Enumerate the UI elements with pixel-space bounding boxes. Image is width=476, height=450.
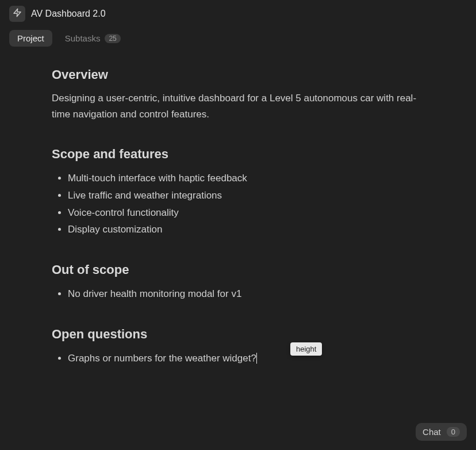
tooltip-height: height bbox=[290, 342, 322, 356]
list-item[interactable]: Live traffic and weather integrations bbox=[68, 187, 424, 204]
overview-heading[interactable]: Overview bbox=[52, 67, 424, 82]
text-cursor bbox=[256, 353, 257, 364]
page-title: AV Dashboard 2.0 bbox=[31, 9, 106, 19]
open-questions-heading[interactable]: Open questions bbox=[52, 327, 424, 342]
tab-project[interactable]: Project bbox=[9, 30, 52, 47]
chat-count: 0 bbox=[447, 427, 460, 437]
section-out-of-scope: Out of scope No driver health monitoring… bbox=[52, 262, 424, 303]
list-item[interactable]: Multi-touch interface with haptic feedba… bbox=[68, 170, 424, 187]
tabs: Project Subtasks 25 bbox=[0, 25, 476, 54]
lightning-icon bbox=[13, 8, 22, 20]
chat-button[interactable]: Chat 0 bbox=[416, 423, 467, 441]
svg-marker-0 bbox=[14, 9, 21, 16]
tab-project-label: Project bbox=[17, 33, 44, 43]
content: Overview Designing a user-centric, intui… bbox=[0, 54, 476, 367]
tab-subtasks[interactable]: Subtasks 25 bbox=[57, 30, 129, 47]
app-icon-container bbox=[9, 6, 25, 22]
list-item-text: Graphs or numbers for the weather widget… bbox=[68, 353, 256, 364]
tab-subtasks-label: Subtasks bbox=[65, 33, 101, 43]
out-of-scope-heading[interactable]: Out of scope bbox=[52, 262, 424, 277]
scope-heading[interactable]: Scope and features bbox=[52, 147, 424, 162]
scope-list[interactable]: Multi-touch interface with haptic feedba… bbox=[52, 170, 424, 238]
tab-subtasks-count: 25 bbox=[105, 34, 120, 43]
section-open-questions: Open questions Graphs or numbers for the… bbox=[52, 327, 424, 367]
chat-label: Chat bbox=[423, 427, 441, 437]
section-overview: Overview Designing a user-centric, intui… bbox=[52, 67, 424, 123]
section-scope: Scope and features Multi-touch interface… bbox=[52, 147, 424, 238]
open-questions-list[interactable]: Graphs or numbers for the weather widget… bbox=[52, 350, 424, 367]
list-item[interactable]: Voice-control functionality bbox=[68, 204, 424, 222]
overview-body[interactable]: Designing a user-centric, intuitive dash… bbox=[52, 90, 424, 123]
out-of-scope-list[interactable]: No driver health monitoring modal for v1 bbox=[52, 285, 424, 303]
list-item[interactable]: Display customization bbox=[68, 221, 424, 238]
list-item[interactable]: Graphs or numbers for the weather widget… bbox=[68, 350, 424, 367]
list-item[interactable]: No driver health monitoring modal for v1 bbox=[68, 285, 424, 303]
header: AV Dashboard 2.0 bbox=[0, 0, 476, 25]
